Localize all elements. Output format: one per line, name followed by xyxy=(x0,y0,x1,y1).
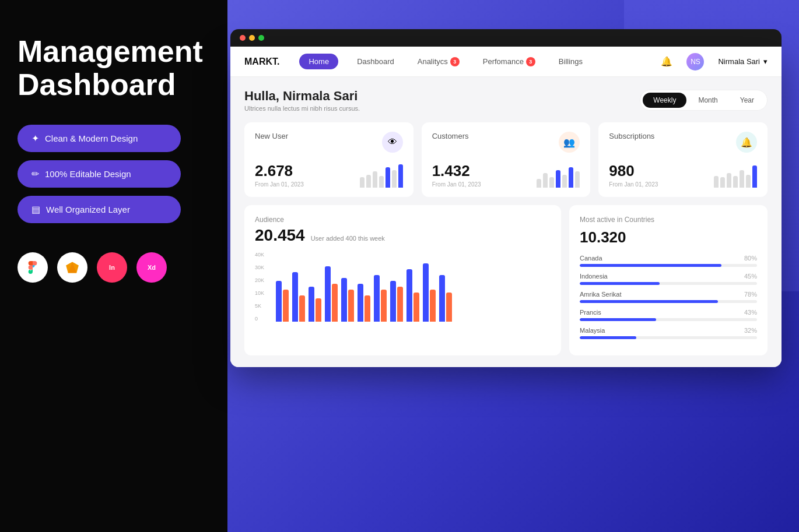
stat-body-subscriptions: 980 From Jan 01, 2023 xyxy=(609,162,757,188)
bar-orange xyxy=(381,290,387,322)
nav-dashboard[interactable]: Dashboard xyxy=(352,55,399,68)
bar-group xyxy=(309,287,321,322)
bar-blue xyxy=(406,269,412,322)
bar-group xyxy=(325,266,338,322)
bar-group xyxy=(276,281,289,322)
bar-blue xyxy=(423,263,429,322)
progress-fill xyxy=(580,264,721,267)
countries-number: 10.320 xyxy=(580,228,757,246)
bar-orange xyxy=(283,290,289,322)
new-user-icon: 👁 xyxy=(382,132,403,153)
stat-body-customers: 1.432 From Jan 01, 2023 xyxy=(432,162,580,188)
bar-blue xyxy=(374,275,380,322)
progress-track xyxy=(580,336,757,339)
stat-label-subscriptions: Subscriptions xyxy=(609,132,654,140)
stat-card-new-user: New User 👁 2.678 From Jan 01, 2023 xyxy=(244,122,413,197)
country-row-indonesia: Indonesia 45% xyxy=(580,273,757,285)
bar-orange xyxy=(299,295,305,322)
mini-bar xyxy=(575,171,580,188)
stat-from-new-user: From Jan 01, 2023 xyxy=(255,181,304,188)
mini-bar-highlight xyxy=(752,165,757,188)
figma-icon xyxy=(17,252,48,283)
progress-track xyxy=(580,300,757,303)
country-pct: 43% xyxy=(744,309,757,316)
tool-icons-row: In Xd xyxy=(17,252,210,283)
mini-bar xyxy=(714,176,719,188)
nav-user[interactable]: Nirmala Sari ▾ xyxy=(718,57,768,66)
audience-bar-chart: 40K 30K 20K 10K 5K 0 xyxy=(255,252,551,322)
bar-blue xyxy=(341,278,347,322)
country-pct: 45% xyxy=(744,273,757,280)
country-pct: 78% xyxy=(744,291,757,298)
stat-number-subscriptions: 980 xyxy=(609,162,658,180)
main-title: Management Dashboard xyxy=(17,35,210,101)
minimize-dot[interactable] xyxy=(249,35,255,41)
badge-organized-layer[interactable]: ▤ Well Organized Layer xyxy=(17,196,181,223)
dashboard-panel: MARKT. Home Dashboard Analitycs 3 Perfom… xyxy=(230,29,782,503)
nav-analytics[interactable]: Analitycs 3 xyxy=(413,55,464,69)
progress-fill xyxy=(580,282,660,285)
countries-card: Most active in Countries 10.320 Canada 8… xyxy=(569,205,768,355)
mini-bar xyxy=(360,177,365,188)
nav-performance[interactable]: Perfomance 3 xyxy=(478,55,540,69)
bell-icon[interactable]: 🔔 xyxy=(661,56,672,67)
progress-track xyxy=(580,318,757,321)
avatar: NS xyxy=(686,53,704,71)
country-name: Amrika Serikat xyxy=(580,291,622,298)
badge-clean-design[interactable]: ✦ Clean & Modern Design xyxy=(17,125,181,152)
country-row-malaysia: Malaysia 32% xyxy=(580,327,757,339)
mini-chart-new-user xyxy=(360,164,403,188)
nav-billings[interactable]: Billings xyxy=(554,55,587,68)
stat-header-subscriptions: Subscriptions 🔔 xyxy=(609,132,757,153)
country-name: Indonesia xyxy=(580,273,608,280)
country-row-canada: Canada 80% xyxy=(580,255,757,267)
dash-header: Hulla, Nirmala Sari Ultrices nulla lectu… xyxy=(244,89,768,112)
bar-orange xyxy=(413,293,419,322)
progress-fill xyxy=(580,300,718,303)
left-panel: Management Dashboard ✦ Clean & Modern De… xyxy=(0,0,227,532)
progress-fill xyxy=(580,336,636,339)
bar-group xyxy=(423,263,436,322)
bar-group xyxy=(406,269,419,322)
mini-bar-highlight xyxy=(569,167,573,188)
subscriptions-icon: 🔔 xyxy=(736,132,757,153)
layers-icon: ▤ xyxy=(31,204,40,215)
bar-orange xyxy=(430,290,436,322)
chevron-down-icon: ▾ xyxy=(763,57,768,66)
navbar: MARKT. Home Dashboard Analitycs 3 Perfom… xyxy=(230,47,782,77)
close-dot[interactable] xyxy=(240,35,246,41)
maximize-dot[interactable] xyxy=(258,35,264,41)
mini-bar xyxy=(392,170,397,188)
nav-logo: MARKT. xyxy=(244,57,279,67)
mini-bar xyxy=(740,170,744,188)
stat-number-new-user: 2.678 xyxy=(255,162,304,180)
badge-editable-design[interactable]: ✏ 100% Editable Design xyxy=(17,160,181,188)
chart-y-axis: 40K 30K 20K 10K 5K 0 xyxy=(255,252,264,322)
bar-group xyxy=(358,284,370,322)
xd-icon: Xd xyxy=(136,252,167,283)
pen-icon: ✏ xyxy=(31,168,39,179)
mini-bar xyxy=(537,179,541,188)
period-year[interactable]: Year xyxy=(730,93,765,108)
badge-list: ✦ Clean & Modern Design ✏ 100% Editable … xyxy=(17,125,210,223)
bar-blue xyxy=(292,272,298,322)
stat-from-subscriptions: From Jan 01, 2023 xyxy=(609,181,658,188)
period-weekly[interactable]: Weekly xyxy=(643,93,686,108)
sketch-icon xyxy=(57,252,87,283)
mini-bar xyxy=(720,177,725,188)
bar-group xyxy=(390,281,403,322)
mini-bar xyxy=(379,176,384,188)
bar-orange xyxy=(397,287,403,322)
bar-blue xyxy=(390,281,396,322)
period-month[interactable]: Month xyxy=(688,93,728,108)
country-row-amrika: Amrika Serikat 78% xyxy=(580,291,757,303)
bar-orange xyxy=(316,298,321,322)
stats-row: New User 👁 2.678 From Jan 01, 2023 xyxy=(244,122,768,197)
performance-badge: 3 xyxy=(526,57,535,66)
audience-card: Audience 20.454 User added 400 this week… xyxy=(244,205,561,355)
dashboard-window: MARKT. Home Dashboard Analitycs 3 Perfom… xyxy=(230,47,782,367)
stat-number-customers: 1.432 xyxy=(432,162,481,180)
country-header: Prancis 43% xyxy=(580,309,757,316)
nav-home[interactable]: Home xyxy=(299,54,338,69)
countries-title: Most active in Countries xyxy=(580,216,757,224)
